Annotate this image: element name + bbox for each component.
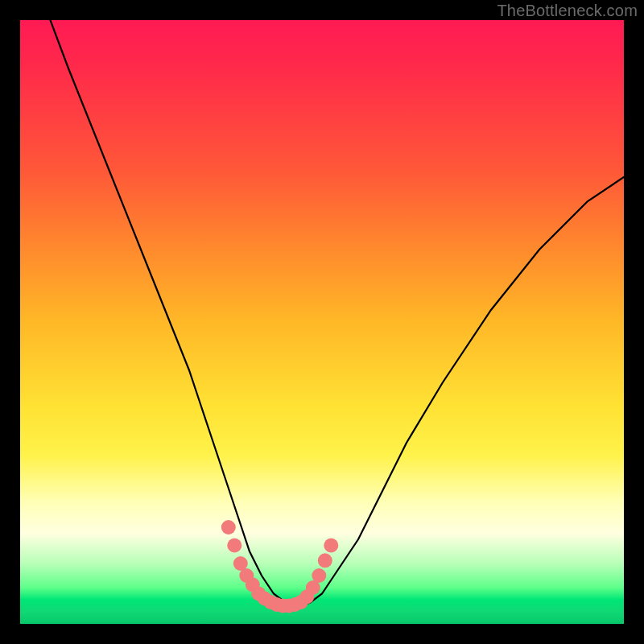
- valley-markers: [221, 520, 339, 613]
- valley-marker: [324, 539, 338, 553]
- valley-marker: [318, 553, 332, 568]
- plot-area: [20, 20, 624, 624]
- valley-marker: [312, 568, 326, 583]
- bottleneck-curve: [51, 20, 625, 606]
- chart-svg: [20, 20, 624, 624]
- chart-frame: TheBottleneck.com: [0, 0, 644, 644]
- valley-marker: [221, 520, 236, 535]
- valley-marker: [227, 539, 242, 553]
- watermark-text: TheBottleneck.com: [497, 2, 638, 20]
